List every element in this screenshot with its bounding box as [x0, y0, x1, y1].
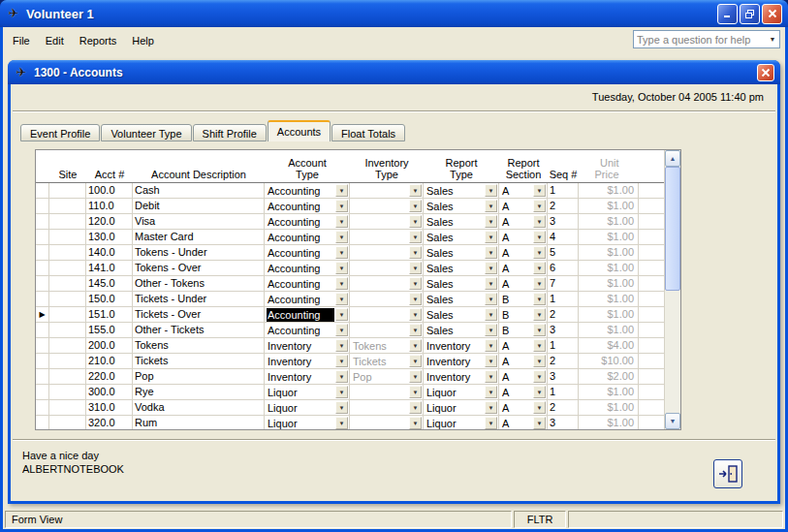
report-type-cell[interactable]: Liquor▼ — [424, 385, 499, 400]
acct-number-cell[interactable]: 110.0 — [86, 199, 133, 214]
inventory-type-cell[interactable]: ▼ — [350, 230, 424, 245]
inventory-type-cell[interactable]: ▼ — [350, 261, 424, 276]
seq-cell[interactable]: 2 — [548, 400, 579, 416]
dropdown-arrow-icon[interactable]: ▼ — [485, 262, 497, 274]
account-description-cell[interactable]: Visa — [133, 214, 265, 230]
acct-number-cell[interactable]: 150.0 — [86, 292, 133, 307]
seq-cell[interactable]: 5 — [548, 245, 579, 261]
account-type-cell[interactable]: Accounting▼ — [265, 261, 350, 276]
dropdown-arrow-icon[interactable]: ▼ — [485, 277, 497, 290]
acct-number-cell[interactable]: 220.0 — [86, 369, 133, 385]
site-cell[interactable] — [49, 307, 86, 323]
report-section-cell[interactable]: A▼ — [499, 385, 548, 400]
report-section-cell[interactable]: A▼ — [499, 276, 548, 292]
account-type-cell[interactable]: Accounting▼ — [265, 276, 350, 292]
inventory-type-cell[interactable]: Tickets▼ — [350, 354, 424, 369]
acct-number-cell[interactable]: 151.0 — [86, 307, 133, 323]
account-description-cell[interactable]: Rye — [133, 385, 265, 400]
dropdown-arrow-icon[interactable]: ▼ — [335, 370, 348, 383]
report-type-cell[interactable]: Sales▼ — [424, 245, 499, 261]
row-selector[interactable] — [36, 245, 49, 261]
site-cell[interactable] — [49, 354, 86, 369]
account-type-cell[interactable]: Inventory▼ — [265, 338, 350, 354]
dropdown-arrow-icon[interactable]: ▼ — [335, 184, 348, 197]
dropdown-arrow-icon[interactable]: ▼ — [533, 339, 546, 352]
inventory-type-cell[interactable]: ▼ — [350, 199, 424, 214]
report-type-cell[interactable]: Sales▼ — [424, 230, 499, 245]
dropdown-arrow-icon[interactable]: ▼ — [533, 293, 546, 305]
menu-item-reports[interactable]: Reports — [72, 31, 125, 50]
restore-button[interactable] — [740, 4, 760, 24]
scroll-down-icon[interactable]: ▼ — [665, 413, 680, 429]
inventory-type-cell[interactable]: ▼ — [350, 416, 424, 429]
account-description-cell[interactable]: Tickets - Under — [133, 292, 265, 307]
site-cell[interactable] — [49, 245, 86, 261]
site-cell[interactable] — [49, 276, 86, 292]
account-description-cell[interactable]: Tokens - Under — [133, 245, 265, 261]
dropdown-arrow-icon[interactable]: ▼ — [485, 215, 497, 228]
dropdown-arrow-icon[interactable]: ▼ — [409, 339, 422, 352]
dropdown-arrow-icon[interactable]: ▼ — [533, 417, 546, 429]
dropdown-arrow-icon[interactable]: ▼ — [335, 355, 348, 367]
row-selector[interactable] — [36, 292, 49, 307]
report-section-cell[interactable]: B▼ — [499, 307, 548, 323]
site-cell[interactable] — [49, 214, 86, 230]
dropdown-arrow-icon[interactable]: ▼ — [533, 386, 546, 398]
report-section-cell[interactable]: A▼ — [499, 338, 548, 354]
inventory-type-cell[interactable]: ▼ — [350, 183, 424, 199]
dropdown-arrow-icon[interactable]: ▼ — [485, 339, 497, 352]
exit-form-button[interactable] — [713, 459, 742, 488]
site-cell[interactable] — [49, 183, 86, 199]
dropdown-arrow-icon[interactable]: ▼ — [409, 401, 422, 414]
row-selector[interactable] — [36, 276, 49, 292]
account-type-cell[interactable]: Inventory▼ — [265, 354, 350, 369]
dropdown-arrow-icon[interactable]: ▼ — [533, 246, 546, 259]
account-type-cell[interactable]: Accounting▼ — [265, 323, 350, 338]
seq-cell[interactable]: 2 — [548, 354, 579, 369]
dropdown-arrow-icon[interactable]: ▼ — [533, 231, 546, 243]
dropdown-arrow-icon[interactable]: ▼ — [335, 200, 348, 212]
dropdown-arrow-icon[interactable]: ▼ — [409, 386, 422, 398]
report-section-cell[interactable]: A▼ — [499, 416, 548, 429]
acct-number-cell[interactable]: 210.0 — [86, 354, 133, 369]
site-cell[interactable] — [49, 323, 86, 338]
seq-cell[interactable]: 4 — [548, 230, 579, 245]
seq-cell[interactable]: 2 — [548, 199, 579, 214]
accounts-close-button[interactable] — [757, 64, 774, 81]
account-description-cell[interactable]: Vodka — [133, 400, 265, 416]
report-section-cell[interactable]: B▼ — [499, 292, 548, 307]
inventory-type-cell[interactable]: ▼ — [350, 214, 424, 230]
acct-number-cell[interactable]: 155.0 — [86, 323, 133, 338]
report-section-cell[interactable]: A▼ — [499, 369, 548, 385]
dropdown-arrow-icon[interactable]: ▼ — [409, 293, 422, 305]
dropdown-arrow-icon[interactable]: ▼ — [335, 277, 348, 290]
report-section-cell[interactable]: A▼ — [499, 261, 548, 276]
site-cell[interactable] — [49, 292, 86, 307]
dropdown-arrow-icon[interactable]: ▼ — [409, 262, 422, 274]
acct-number-cell[interactable]: 200.0 — [86, 338, 133, 354]
dropdown-arrow-icon[interactable]: ▼ — [409, 324, 422, 336]
seq-cell[interactable]: 3 — [548, 214, 579, 230]
account-description-cell[interactable]: Tokens - Over — [133, 261, 265, 276]
dropdown-arrow-icon[interactable]: ▼ — [485, 355, 497, 367]
acct-number-cell[interactable]: 310.0 — [86, 400, 133, 416]
row-selector[interactable] — [36, 416, 49, 429]
inventory-type-cell[interactable]: ▼ — [350, 385, 424, 400]
report-type-cell[interactable]: Sales▼ — [424, 276, 499, 292]
dropdown-arrow-icon[interactable]: ▼ — [335, 386, 348, 398]
dropdown-arrow-icon[interactable]: ▼ — [335, 293, 348, 305]
dropdown-arrow-icon[interactable]: ▼ — [335, 246, 348, 259]
scroll-track[interactable] — [665, 291, 680, 413]
dropdown-arrow-icon[interactable]: ▼ — [485, 231, 497, 243]
account-description-cell[interactable]: Cash — [133, 183, 265, 199]
inventory-type-cell[interactable]: ▼ — [350, 307, 424, 323]
report-section-cell[interactable]: A▼ — [499, 214, 548, 230]
dropdown-arrow-icon[interactable]: ▼ — [485, 200, 497, 212]
row-selector[interactable] — [36, 354, 49, 369]
dropdown-arrow-icon[interactable]: ▼ — [409, 200, 422, 212]
acct-number-cell[interactable]: 120.0 — [86, 214, 133, 230]
dropdown-arrow-icon[interactable]: ▼ — [533, 215, 546, 228]
row-selector[interactable] — [36, 230, 49, 245]
account-type-cell[interactable]: Accounting▼ — [265, 245, 350, 261]
report-type-cell[interactable]: Sales▼ — [424, 307, 499, 323]
